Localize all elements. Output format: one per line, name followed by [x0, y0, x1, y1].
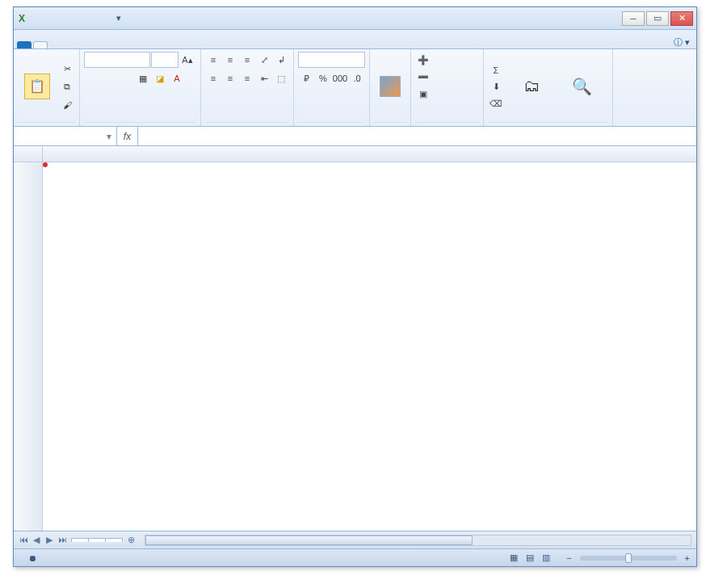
- ribbon-tabs: ⓘ ▾: [14, 30, 696, 49]
- merge-icon[interactable]: ⬚: [273, 70, 289, 86]
- sheet-tab-1[interactable]: [71, 538, 89, 542]
- tab-addins[interactable]: [149, 41, 164, 48]
- group-label-editing: [488, 122, 608, 126]
- tab-foxit[interactable]: [164, 41, 179, 48]
- sheet-nav-first-icon[interactable]: ⏮: [17, 535, 30, 545]
- tab-home[interactable]: [33, 41, 48, 48]
- insert-cells-button[interactable]: ➕: [415, 52, 479, 68]
- indent-dec-icon[interactable]: ⇤: [256, 70, 272, 86]
- group-editing: Σ ⬇ ⌫ 🗂 🔍: [484, 49, 613, 126]
- view-layout-icon[interactable]: ▤: [526, 552, 534, 563]
- italic-button[interactable]: [101, 70, 117, 86]
- zoom-in-icon[interactable]: +: [685, 553, 690, 563]
- tab-formulas[interactable]: [77, 41, 91, 48]
- number-format-select[interactable]: [298, 52, 365, 68]
- align-top-icon[interactable]: ≡: [205, 52, 221, 68]
- new-sheet-icon[interactable]: ⊕: [123, 535, 140, 545]
- tab-abbyy[interactable]: [179, 41, 193, 48]
- percent-icon[interactable]: %: [315, 70, 331, 86]
- format-cells-button[interactable]: ▣: [415, 86, 479, 102]
- name-box[interactable]: ▾: [14, 127, 117, 145]
- underline-button[interactable]: [118, 70, 134, 86]
- view-pagebreak-icon[interactable]: ▥: [542, 552, 550, 563]
- align-bottom-icon[interactable]: ≡: [239, 52, 255, 68]
- sort-filter-button[interactable]: 🗂: [506, 61, 557, 114]
- bold-button[interactable]: [84, 70, 100, 86]
- sheet-tab-3[interactable]: [105, 538, 123, 542]
- group-align: ≡ ≡ ≡ ⤢ ↲ ≡ ≡ ≡ ⇤ ⬚: [201, 49, 294, 126]
- fx-icon[interactable]: fx: [117, 127, 138, 145]
- formula-bar: ▾ fx: [14, 127, 696, 146]
- border-icon[interactable]: ▦: [135, 70, 151, 86]
- sheet-tab-bar: ⏮ ◀ ▶ ⏭ ⊕: [14, 531, 696, 548]
- sheet-nav-last-icon[interactable]: ⏭: [56, 535, 69, 545]
- align-middle-icon[interactable]: ≡: [222, 52, 238, 68]
- tab-file[interactable]: [17, 41, 32, 48]
- cell-grid[interactable]: [43, 162, 696, 531]
- help-icon[interactable]: ⓘ ▾: [667, 36, 696, 48]
- tab-layout[interactable]: [62, 41, 77, 48]
- delete-cells-button[interactable]: ➖: [415, 69, 479, 85]
- group-styles: [370, 49, 411, 126]
- tab-review[interactable]: [106, 41, 120, 48]
- tab-insert[interactable]: [48, 41, 62, 48]
- sheet-nav-next-icon[interactable]: ▶: [43, 535, 56, 545]
- formula-input[interactable]: [138, 127, 696, 145]
- align-left-icon[interactable]: ≡: [205, 70, 221, 86]
- insert-icon: ➕: [415, 52, 431, 68]
- delete-icon: ➖: [415, 69, 431, 85]
- copy-icon[interactable]: ⧉: [59, 79, 75, 95]
- comma-icon[interactable]: 000: [332, 70, 348, 86]
- sheet-tab-2[interactable]: [88, 538, 106, 542]
- fill-icon[interactable]: ⬇: [488, 79, 504, 95]
- format-painter-icon[interactable]: 🖌: [59, 97, 75, 113]
- group-cells: ➕ ➖ ▣: [411, 49, 484, 126]
- redo-icon[interactable]: [90, 10, 107, 27]
- grow-font-icon[interactable]: A▴: [179, 52, 195, 68]
- name-box-dropdown-icon[interactable]: ▾: [107, 131, 111, 142]
- autosum-icon[interactable]: Σ: [488, 62, 504, 78]
- group-number: ₽ % 000 .0: [294, 49, 370, 126]
- orientation-icon[interactable]: ⤢: [256, 52, 272, 68]
- paste-button[interactable]: 📋: [18, 61, 57, 114]
- fill-color-icon[interactable]: ◪: [152, 70, 168, 86]
- font-size-select[interactable]: [151, 52, 179, 68]
- clipboard-icon: 📋: [24, 74, 50, 99]
- tab-developer[interactable]: [135, 41, 149, 48]
- cut-icon[interactable]: ✂: [59, 61, 75, 78]
- minimize-button[interactable]: ─: [622, 11, 645, 26]
- maximize-button[interactable]: ▭: [646, 11, 669, 26]
- macro-record-icon[interactable]: ⏺: [28, 553, 37, 563]
- wrap-text-icon[interactable]: ↲: [273, 52, 289, 68]
- horizontal-scrollbar[interactable]: [145, 535, 691, 546]
- zoom-out-icon[interactable]: −: [566, 553, 571, 563]
- tab-view[interactable]: [120, 41, 135, 48]
- group-label-clipboard: [18, 122, 75, 126]
- find-select-button[interactable]: 🔍: [559, 61, 604, 114]
- align-right-icon[interactable]: ≡: [239, 70, 255, 86]
- tab-data[interactable]: [91, 41, 106, 48]
- group-label-number: [298, 122, 365, 126]
- status-bar: ⏺ ▦ ▤ ▥ − +: [14, 548, 696, 566]
- cell-highlight-annotation: [43, 162, 48, 167]
- close-button[interactable]: ✕: [670, 11, 693, 26]
- align-center-icon[interactable]: ≡: [222, 70, 238, 86]
- sheet-nav-prev-icon[interactable]: ◀: [30, 535, 43, 545]
- qat-more-icon[interactable]: ▾: [110, 10, 128, 27]
- group-label-cells: [415, 122, 479, 126]
- find-icon: 🔍: [572, 77, 592, 96]
- group-label-font: [84, 122, 196, 126]
- row-headers: [14, 162, 43, 531]
- clear-icon[interactable]: ⌫: [488, 96, 504, 112]
- excel-window: X ▾ ─ ▭ ✕ ⓘ ▾: [13, 6, 697, 567]
- select-all-corner[interactable]: [14, 146, 43, 162]
- save-icon[interactable]: [49, 10, 67, 27]
- undo-icon[interactable]: [69, 10, 87, 27]
- font-color-icon[interactable]: A: [169, 70, 185, 86]
- styles-button[interactable]: [374, 61, 406, 114]
- view-normal-icon[interactable]: ▦: [510, 552, 518, 563]
- font-name-select[interactable]: [84, 52, 150, 68]
- inc-decimal-icon[interactable]: .0: [349, 70, 365, 86]
- currency-icon[interactable]: ₽: [298, 70, 314, 86]
- zoom-slider[interactable]: [580, 556, 677, 561]
